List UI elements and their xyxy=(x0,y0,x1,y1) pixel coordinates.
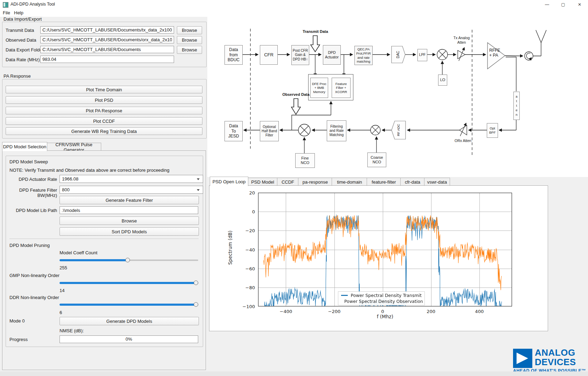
coeff-count-slider[interactable] xyxy=(60,258,198,262)
node-data-from-bduc: Data from BDUC xyxy=(224,45,243,65)
mode-label: Mode 0 xyxy=(9,318,25,324)
export-browse-button[interactable]: Browse xyxy=(177,46,202,54)
slider-handle[interactable] xyxy=(125,258,130,262)
node-rffe-pa: RFFE + PA xyxy=(488,48,504,58)
tab-cfr-vswr[interactable]: CFR/VSWR Pulse Generator xyxy=(47,143,101,151)
node-fine-nco: Fine NCO xyxy=(295,153,315,168)
coeff-count-label: Model Coeff Count xyxy=(60,250,97,255)
legend-label-transmit: Power Spectral Density Transmit xyxy=(351,293,422,298)
export-folder-label: Data Export Folder xyxy=(6,47,44,52)
slider-handle[interactable] xyxy=(194,281,198,285)
generate-feature-filter-button[interactable]: Generate Feature Filter xyxy=(60,196,199,204)
node-data-to-jesd: Data To JESD xyxy=(224,121,243,141)
feature-bw-combobox[interactable]: 800 xyxy=(60,186,203,194)
ddr-order-slider[interactable] xyxy=(60,302,198,307)
transmit-data-label: Transmit Data xyxy=(6,28,34,33)
node-qec: QEC,PA Prot,PFIR and rate matching xyxy=(354,46,373,65)
app-window: ADI-DPD Analysis Tool — ▢ ✕ File Help Da… xyxy=(0,0,588,376)
chart-legend: Power Spectral Density Transmit Power Sp… xyxy=(338,291,425,305)
node-dac: DAC xyxy=(396,49,400,60)
maximize-button[interactable]: ▢ xyxy=(555,0,571,9)
y-tick-label: −40 xyxy=(245,247,255,252)
lib-browse-button[interactable]: Browse xyxy=(60,217,199,225)
ddr-order-value: 6 xyxy=(60,310,62,315)
ddr-order-label: DDR Non-linearity Order xyxy=(9,295,59,300)
menu-help[interactable]: Help xyxy=(14,10,23,15)
pruning-title: DPD Model Pruning xyxy=(9,243,50,248)
observed-browse-button[interactable]: Browse xyxy=(177,36,202,44)
minimize-button[interactable]: — xyxy=(539,0,555,9)
plot-psd-button[interactable]: Plot PSD xyxy=(6,96,202,104)
label-tx-analog-atten: Tx Analog Atten xyxy=(451,36,472,44)
signal-chain-diagram: Data from BDUC CFR Post CFR Gain & DPD H… xyxy=(209,14,588,173)
tab-psd-model[interactable]: PSD Model xyxy=(248,178,278,186)
node-atten: a t t e n xyxy=(513,92,520,120)
slider-fill xyxy=(60,259,127,261)
tab-ccdf[interactable]: CCDF xyxy=(277,178,299,186)
tab-psd-open-loop[interactable]: PSD Open Loop xyxy=(210,177,248,186)
legend-label-observation: Power Spectral Density Observation xyxy=(344,299,423,304)
tab-time-domain[interactable]: time-domain xyxy=(332,178,367,186)
observed-data-input[interactable] xyxy=(40,36,174,43)
tab-vswr-data[interactable]: vswr-data xyxy=(424,178,450,186)
slider-fill xyxy=(60,304,198,306)
slider-fill xyxy=(60,282,198,284)
slider-handle[interactable] xyxy=(194,302,198,307)
adi-logo-line1: ANALOG xyxy=(535,348,575,357)
plot-pa-response-button[interactable]: Plot PA Response xyxy=(6,107,202,114)
node-opt-bpf: Opt BPF xyxy=(487,123,498,138)
window-title: ADI-DPD Analysis Tool xyxy=(11,2,55,7)
actuator-rate-label: DPD Actuator Rate xyxy=(9,177,57,182)
model-sweep-note: NOTE: Verify Transmit and Observed data … xyxy=(9,168,170,173)
x-tick-label: −400 xyxy=(280,309,292,314)
pa-response-title: PA Response xyxy=(3,73,32,79)
y-tick-label: 20 xyxy=(249,190,255,196)
node-lo: LO xyxy=(438,75,447,86)
nmse-label: NMSE (dB): xyxy=(60,328,84,333)
app-icon xyxy=(3,2,8,8)
sort-dpd-models-button[interactable]: Sort DPD Models xyxy=(60,227,199,236)
node-coarse-nco: Coarse NCO xyxy=(367,152,386,167)
x-tick-label: −200 xyxy=(328,309,341,314)
tab-feature-filter[interactable]: feature-filter xyxy=(367,178,401,186)
node-feature-filter: Feature Filter + XCORR xyxy=(332,78,351,98)
generate-wb-reg-button[interactable]: Generate WB Reg Training Data xyxy=(6,127,202,135)
title-bar xyxy=(0,0,588,9)
generate-dpd-models-button[interactable]: Generate DPD Models xyxy=(60,317,199,325)
menu-file[interactable]: File xyxy=(3,10,10,15)
export-folder-input[interactable] xyxy=(40,46,174,53)
actuator-rate-combobox[interactable]: 1966.08 xyxy=(60,175,203,183)
x-tick-label: 200 xyxy=(427,309,435,314)
transmit-browse-button[interactable]: Browse xyxy=(177,26,202,34)
label-orx-atten: ORx Atten xyxy=(452,139,474,143)
gmp-order-slider[interactable] xyxy=(60,281,198,285)
label-observed-data: Observed Data xyxy=(279,92,313,97)
chevron-down-icon xyxy=(197,189,200,191)
legend-item: Power Spectral Density Transmit xyxy=(341,292,422,298)
plot-ccdf-button[interactable]: Plot CCDF xyxy=(6,117,202,125)
import-export-title: Data Import/Export xyxy=(3,16,42,22)
x-axis-label: f (Mhz) xyxy=(258,314,512,319)
chevron-down-icon xyxy=(197,178,200,180)
adi-logo-line2: DEVICES xyxy=(535,357,576,367)
legend-swatch-transmit xyxy=(341,295,348,296)
y-tick-label: −100 xyxy=(242,304,255,309)
psd-plot: −400−2000200400200−20−40−60−80−100 xyxy=(258,193,512,306)
tab-cfr-data[interactable]: cfr-data xyxy=(400,178,425,186)
y-tick-label: 0 xyxy=(252,209,255,214)
plot-time-domain-button[interactable]: Plot Time Domain xyxy=(6,86,202,93)
adi-logo-icon xyxy=(513,349,532,368)
tab-pa-response[interactable]: pa-response xyxy=(298,178,332,186)
close-button[interactable]: ✕ xyxy=(571,0,588,9)
node-half-band-filter: Optional Half Band Filter xyxy=(260,121,279,141)
tab-dpd-model-selection[interactable]: DPD Model Selection xyxy=(2,142,47,151)
lib-path-input[interactable] xyxy=(60,206,198,214)
separator xyxy=(9,239,199,239)
lib-path-label: DPD Model Lib Path xyxy=(9,208,57,213)
x-tick-label: 400 xyxy=(475,309,484,314)
legend-item: Power Spectral Density Observation xyxy=(341,298,422,304)
gmp-order-value: 14 xyxy=(60,288,64,293)
data-rate-input[interactable] xyxy=(40,56,174,63)
progress-bar: 0% xyxy=(60,335,198,343)
transmit-data-input[interactable] xyxy=(40,26,174,34)
